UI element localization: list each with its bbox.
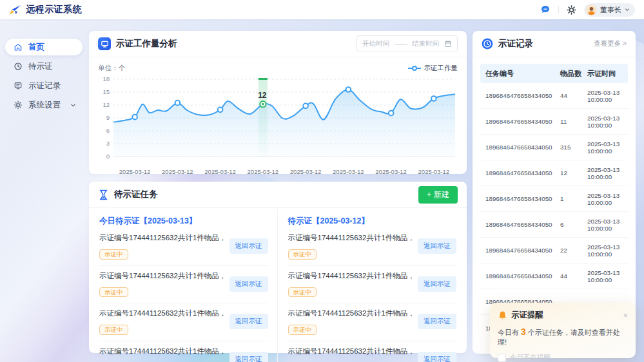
avatar: [586, 5, 597, 15]
data-point[interactable]: [389, 111, 394, 116]
data-point[interactable]: [346, 87, 351, 92]
app-logo: 远程示证系统: [9, 4, 82, 15]
task-item: 示证编号174441125632共计1件物品，正在示证。示证中返回示证: [288, 303, 457, 341]
data-point[interactable]: [303, 104, 308, 109]
task-item-content: 示证编号174441125632共计1件物品，正在示证。示证中: [99, 309, 224, 335]
settings-icon: [14, 100, 23, 110]
sidebar-item-clock[interactable]: 待示证: [5, 58, 83, 75]
chat-icon[interactable]: [540, 5, 551, 15]
record-row[interactable]: 1896846476658434050122025-03-13 10:00:00: [480, 160, 628, 186]
page: 远程示证系统 董事长: [0, 0, 644, 362]
monitor-icon: [98, 37, 111, 50]
pending-tasks-title: 待示证任务: [114, 189, 158, 200]
records-table-header: 任务编号 物品数 示证时间: [480, 64, 628, 83]
record-item-count: 315: [560, 144, 587, 151]
record-row[interactable]: 189684647665843405062025-03-13 10:00:00: [480, 212, 628, 238]
status-badge: 示证中: [99, 249, 128, 260]
series-area: [113, 90, 455, 157]
task-group-heading: 待示证【2025-03-12】: [288, 216, 457, 227]
x-tick-label: 2025-03-12: [199, 168, 242, 175]
record-row[interactable]: 1896846476658434050442025-03-13 10:00:00: [480, 263, 628, 289]
data-point[interactable]: [132, 115, 137, 120]
record-row[interactable]: 189684647665843405012025-03-13 10:00:00: [480, 186, 628, 212]
record-task-id: 1896846476658434050: [485, 144, 560, 151]
pending-tasks-card: 待示证任务 + 新建 今日待示证【2025-03-13】示证编号17444112…: [89, 182, 467, 353]
legend-workload[interactable]: 示证工作量: [408, 64, 458, 73]
sidebar-item-label: 示证记录: [28, 81, 61, 91]
data-point[interactable]: [431, 96, 436, 101]
clock-badge-icon: [482, 38, 493, 50]
task-item: 示证编号174441125632共计1件物品，正在示证。示证中返回示证: [99, 228, 268, 266]
return-evidence-button[interactable]: 返回示证: [229, 276, 268, 292]
record-row[interactable]: 1896846476658434050442025-03-13 10:00:00: [480, 83, 628, 109]
records-table-body: 1896846476658434050442025-03-13 10:00:00…: [480, 83, 628, 341]
status-badge: 示证中: [288, 249, 317, 260]
unit-label: 单位：个: [98, 64, 125, 73]
y-tick-label: 18: [102, 75, 110, 82]
dont-remind-checkbox[interactable]: [498, 354, 506, 362]
sidebar-item-label: 待示证: [28, 61, 53, 72]
record-row[interactable]: 18968464766584340503152025-03-13 10:00:0…: [480, 135, 628, 160]
data-point-value-label: 12: [258, 91, 267, 100]
new-task-label: 新建: [434, 189, 449, 200]
return-evidence-button[interactable]: 返回示证: [229, 314, 268, 329]
data-point[interactable]: [218, 108, 223, 113]
start-time-input[interactable]: 开始时间: [362, 39, 389, 48]
status-badge: 示证中: [99, 325, 128, 335]
chart-x-axis-labels: 2025-03-122025-03-122025-03-122025-03-12…: [113, 168, 455, 175]
x-tick-label: 2025-03-12: [113, 168, 156, 175]
top-bar-actions: 董事长: [540, 3, 635, 17]
x-tick-label: 2025-03-12: [413, 168, 455, 175]
return-evidence-button[interactable]: 返回示证: [418, 238, 456, 254]
sidebar-item-document[interactable]: 示证记录: [5, 77, 83, 94]
record-task-id: 1896846476658434050: [485, 169, 560, 176]
status-badge: 示证中: [99, 287, 128, 298]
view-more-link[interactable]: 查看更多 >: [594, 39, 627, 48]
record-time: 2025-03-13 10:00:00: [587, 166, 623, 180]
task-description: 示证编号174441125632共计1件物品，正在示证。: [99, 233, 224, 243]
record-item-count: 11: [560, 118, 587, 125]
legend-marker-icon: [408, 65, 421, 71]
chevron-down-icon: [625, 7, 630, 12]
record-row[interactable]: 1896846476658434050222025-03-13 10:00:00: [480, 238, 628, 263]
x-tick-label: 2025-03-12: [370, 168, 413, 175]
sidebar-item-home[interactable]: 首页: [5, 39, 83, 55]
return-evidence-button[interactable]: 返回示证: [229, 352, 268, 362]
close-icon[interactable]: ×: [623, 311, 628, 319]
record-time: 2025-03-13 10:00:00: [587, 89, 623, 103]
x-tick-label: 2025-03-12: [327, 168, 369, 175]
record-item-count: 6: [560, 221, 587, 228]
record-item-count: 22: [560, 247, 587, 254]
record-row[interactable]: 1896846476658434050112025-03-13 10:00:00: [480, 109, 628, 135]
return-evidence-button[interactable]: 返回示证: [418, 276, 456, 292]
document-icon: [14, 81, 23, 90]
task-item: 示证编号174441125632共计1件物品，正在示证。示证中返回示证: [288, 266, 457, 304]
gear-icon[interactable]: [567, 5, 576, 15]
reminder-message-prefix: 今日有: [498, 329, 519, 336]
record-time: 2025-03-13 10:00:00: [587, 218, 623, 232]
end-time-input[interactable]: 结束时间: [412, 39, 439, 48]
record-task-id: 1896846476658434050: [485, 247, 560, 254]
record-time: 2025-03-13 10:00:00: [587, 269, 623, 283]
return-evidence-button[interactable]: 返回示证: [229, 238, 268, 254]
data-point[interactable]: [175, 100, 181, 106]
record-task-id: 1896846476658434050: [485, 272, 560, 280]
return-evidence-button[interactable]: 返回示证: [418, 314, 456, 329]
x-tick-label: 2025-03-12: [284, 168, 327, 175]
chevron-down-icon: [70, 102, 76, 108]
col-task-id: 任务编号: [485, 69, 560, 79]
return-evidence-button[interactable]: 返回示证: [418, 352, 456, 362]
legend-label: 示证工作量: [424, 64, 458, 73]
task-item-content: 示证编号174441125632共计1件物品，正在示证。示证中: [99, 233, 224, 260]
chart-area: 036912151812: [89, 75, 467, 168]
task-description: 示证编号174441125632共计1件物品，正在示证。: [99, 309, 224, 318]
reminder-popup: 示证提醒 × 今日有3个示证任务，请及时查看并处理! 今日不在提醒: [490, 303, 636, 358]
user-menu[interactable]: 董事长: [584, 3, 635, 17]
home-icon: [14, 43, 23, 52]
sidebar-item-gear[interactable]: 系统设置: [5, 97, 83, 113]
task-item: 示证编号174441125632共计1件物品，正在示证。示证中返回示证: [99, 341, 268, 362]
calendar-icon: [444, 40, 452, 48]
record-time: 2025-03-13 10:00:00: [587, 115, 623, 129]
new-task-button[interactable]: + 新建: [418, 186, 458, 204]
date-range-picker[interactable]: 开始时间 —— 结束时间: [356, 35, 458, 52]
